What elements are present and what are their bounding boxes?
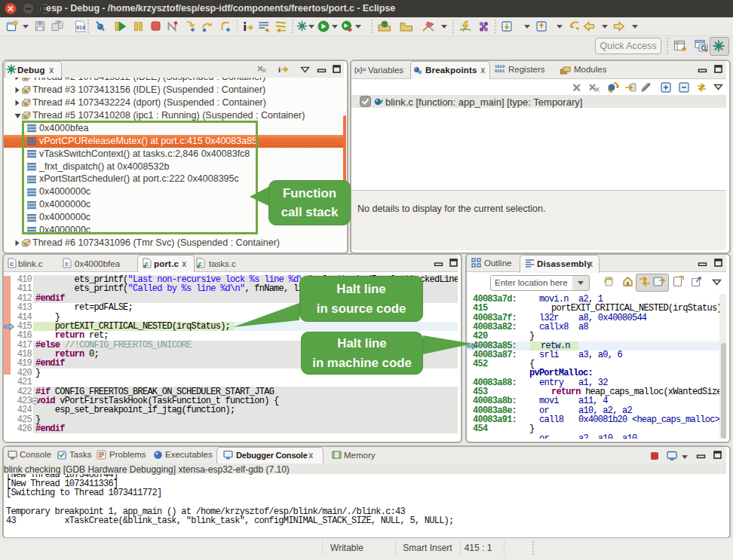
svg-text:c: c <box>65 260 69 268</box>
svg-text:010: 010 <box>76 26 85 31</box>
svg-text:i: i <box>278 65 281 74</box>
svg-text:c: c <box>10 260 14 268</box>
